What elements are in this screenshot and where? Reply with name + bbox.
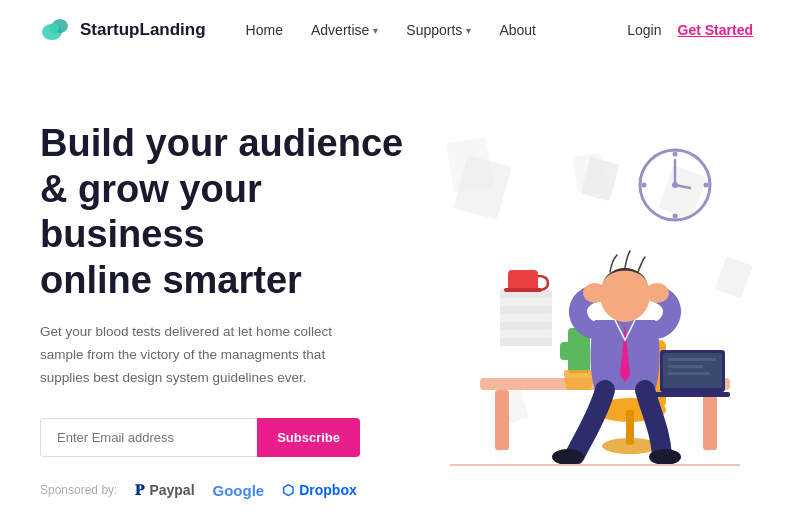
svg-rect-18 <box>500 338 552 346</box>
svg-rect-29 <box>570 345 578 361</box>
chevron-down-icon: ▾ <box>466 25 471 36</box>
svg-rect-17 <box>703 390 717 450</box>
svg-rect-23 <box>500 298 552 306</box>
svg-rect-19 <box>500 330 552 338</box>
hero-illustration <box>420 100 760 520</box>
svg-rect-12 <box>573 153 606 192</box>
nav-links: Home Advertise ▾ Supports ▾ About <box>246 22 628 38</box>
logo[interactable]: StartupLanding <box>40 14 206 46</box>
sponsors-area: Sponsored by: 𝐏 Paypal Google ⬡ Dropbox <box>40 481 420 499</box>
dropbox-icon: ⬡ <box>282 482 294 498</box>
svg-rect-42 <box>668 358 716 361</box>
subscribe-form: Subscribe <box>40 418 360 457</box>
nav-supports[interactable]: Supports ▾ <box>406 22 471 38</box>
svg-rect-22 <box>500 306 552 314</box>
svg-point-37 <box>645 283 669 303</box>
svg-rect-21 <box>500 314 552 322</box>
svg-rect-30 <box>564 370 594 378</box>
navbar: StartupLanding Home Advertise ▾ Supports… <box>0 0 793 60</box>
paypal-logo: 𝐏 Paypal <box>135 481 194 499</box>
svg-rect-45 <box>655 392 730 397</box>
chevron-down-icon: ▾ <box>373 25 378 36</box>
svg-rect-13 <box>715 256 753 298</box>
brand-name: StartupLanding <box>80 20 206 40</box>
svg-rect-44 <box>668 372 710 375</box>
hero-title: Build your audience & grow your business… <box>40 121 420 303</box>
svg-point-9 <box>642 183 647 188</box>
svg-point-34 <box>602 438 658 454</box>
desk-illustration <box>420 110 760 510</box>
svg-rect-43 <box>668 365 703 368</box>
nav-about[interactable]: About <box>499 22 536 38</box>
google-logo: Google <box>213 482 265 499</box>
svg-point-8 <box>673 214 678 219</box>
svg-rect-26 <box>504 288 542 292</box>
paypal-icon: 𝐏 <box>135 481 144 499</box>
svg-point-2 <box>49 23 59 33</box>
nav-home[interactable]: Home <box>246 22 283 38</box>
hero-content: Build your audience & grow your business… <box>40 121 420 499</box>
dropbox-logo: ⬡ Dropbox <box>282 482 357 498</box>
svg-point-36 <box>583 283 607 303</box>
subscribe-button[interactable]: Subscribe <box>257 418 360 457</box>
email-input[interactable] <box>40 418 257 457</box>
svg-point-10 <box>704 183 709 188</box>
logo-icon <box>40 14 72 46</box>
svg-point-38 <box>552 449 584 465</box>
hero-description: Get your blood tests delivered at let ho… <box>40 321 350 390</box>
svg-point-7 <box>673 152 678 157</box>
svg-rect-20 <box>500 322 552 330</box>
svg-point-39 <box>649 449 681 465</box>
sponsor-label: Sponsored by: <box>40 483 117 497</box>
svg-line-6 <box>675 185 690 188</box>
nav-actions: Login Get Started <box>627 22 753 38</box>
nav-advertise[interactable]: Advertise ▾ <box>311 22 378 38</box>
get-started-button[interactable]: Get Started <box>678 22 753 38</box>
hero-section: Build your audience & grow your business… <box>0 60 793 529</box>
svg-rect-16 <box>495 390 509 450</box>
login-button[interactable]: Login <box>627 22 661 38</box>
